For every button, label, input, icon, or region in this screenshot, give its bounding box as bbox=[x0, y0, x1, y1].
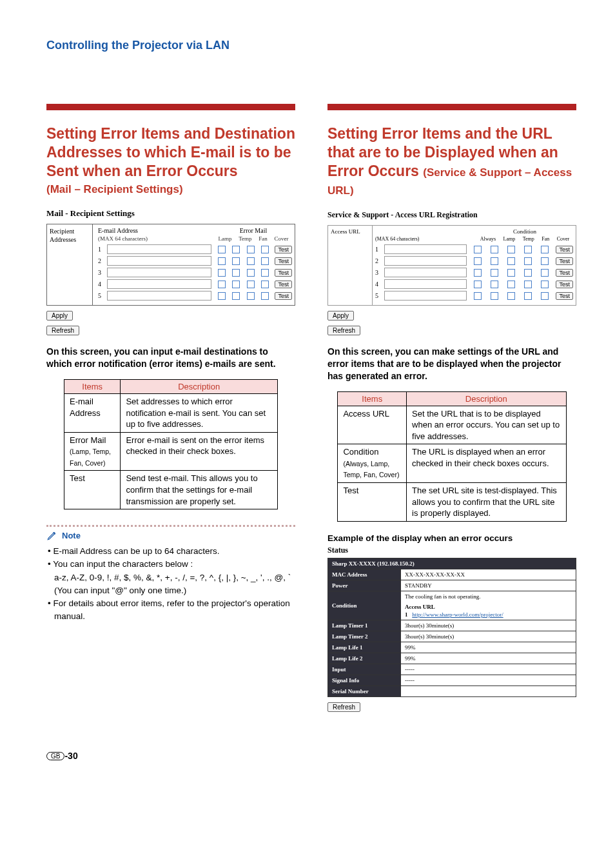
note-body: • E-mail Address can be up to 64 charact… bbox=[46, 545, 295, 624]
test-button[interactable]: Test bbox=[556, 269, 573, 277]
checkbox[interactable] bbox=[474, 257, 482, 265]
checkbox[interactable] bbox=[261, 246, 269, 253]
condition-link[interactable]: http://www.sharp-world.com/projector/ bbox=[412, 611, 503, 618]
table-row: PowerSTANDBY bbox=[328, 580, 576, 591]
checkbox[interactable] bbox=[218, 246, 226, 253]
checkbox[interactable] bbox=[507, 246, 515, 253]
test-button[interactable]: Test bbox=[556, 292, 573, 300]
checkbox[interactable] bbox=[524, 246, 532, 253]
apply-button[interactable]: Apply bbox=[327, 311, 354, 321]
email-input[interactable] bbox=[107, 268, 211, 277]
status-val: 3hour(s) 30minute(s) bbox=[401, 631, 576, 642]
refresh-button[interactable]: Refresh bbox=[327, 326, 360, 335]
refresh-button[interactable]: Refresh bbox=[46, 326, 79, 335]
status-key: Power bbox=[328, 580, 401, 591]
checkbox[interactable] bbox=[491, 281, 498, 288]
row-number: 5 bbox=[98, 292, 104, 299]
status-key: MAC Address bbox=[328, 569, 401, 580]
url-input[interactable] bbox=[384, 268, 467, 277]
checkbox[interactable] bbox=[491, 269, 498, 277]
checkbox[interactable] bbox=[261, 281, 269, 288]
col-cover: Cover bbox=[557, 236, 570, 242]
recipient-row: 2Test bbox=[98, 256, 292, 266]
checkbox[interactable] bbox=[218, 292, 226, 300]
status-key: Lamp Timer 2 bbox=[328, 631, 401, 642]
checkbox[interactable] bbox=[247, 257, 255, 265]
checkbox[interactable] bbox=[541, 281, 549, 288]
url-input[interactable] bbox=[384, 244, 467, 254]
checkbox[interactable] bbox=[218, 269, 226, 277]
checkbox[interactable] bbox=[541, 246, 549, 253]
checkbox[interactable] bbox=[232, 246, 240, 253]
col-temp: Temp bbox=[523, 236, 534, 242]
checkbox[interactable] bbox=[541, 269, 549, 277]
cell-desc: The set URL site is test-displayed. This… bbox=[407, 482, 566, 521]
url-input[interactable] bbox=[384, 279, 467, 289]
checkbox[interactable] bbox=[474, 269, 482, 277]
checkbox[interactable] bbox=[218, 257, 226, 265]
test-button[interactable]: Test bbox=[275, 281, 292, 288]
checkbox[interactable] bbox=[247, 281, 255, 288]
checkbox[interactable] bbox=[524, 292, 532, 300]
email-input[interactable] bbox=[107, 244, 211, 254]
test-button[interactable]: Test bbox=[275, 257, 292, 265]
checkbox[interactable] bbox=[247, 269, 255, 277]
col-fan: Fan bbox=[542, 236, 549, 242]
table-row: Lamp Timer 13hour(s) 30minute(s) bbox=[328, 620, 576, 631]
checkbox[interactable] bbox=[524, 281, 532, 288]
email-input[interactable] bbox=[107, 256, 211, 266]
checkbox[interactable] bbox=[261, 292, 269, 300]
checkbox[interactable] bbox=[247, 246, 255, 253]
url-input[interactable] bbox=[384, 291, 467, 301]
checkbox[interactable] bbox=[507, 281, 515, 288]
checkbox[interactable] bbox=[232, 281, 240, 288]
checkbox[interactable] bbox=[524, 269, 532, 277]
pencil-icon bbox=[46, 529, 58, 541]
checkbox[interactable] bbox=[261, 257, 269, 265]
table-row: Serial Number bbox=[328, 686, 576, 696]
table-row: Condition(Always, Lamp, Temp, Fan, Cover… bbox=[338, 444, 566, 483]
side-label: Access URL bbox=[327, 225, 373, 306]
left-section-subtitle: (Mail – Recipient Settings) bbox=[46, 182, 295, 197]
apply-button[interactable]: Apply bbox=[46, 311, 73, 321]
checkbox[interactable] bbox=[474, 246, 482, 253]
checkbox[interactable] bbox=[541, 257, 549, 265]
table-row: Access URL Set the URL that is to be dis… bbox=[338, 406, 566, 444]
checkbox[interactable] bbox=[232, 257, 240, 265]
test-button[interactable]: Test bbox=[275, 246, 292, 253]
checkbox[interactable] bbox=[218, 281, 226, 288]
checkbox[interactable] bbox=[491, 246, 498, 253]
table-row: MAC AddressXX-XX-XX-XX-XX-XX bbox=[328, 569, 576, 580]
refresh-button[interactable]: Refresh bbox=[327, 702, 360, 712]
checkbox[interactable] bbox=[507, 292, 515, 300]
url-input[interactable] bbox=[384, 256, 467, 266]
checkbox[interactable] bbox=[491, 292, 498, 300]
checkbox[interactable] bbox=[507, 269, 515, 277]
test-button[interactable]: Test bbox=[556, 246, 573, 253]
cell-item: E-mail Address bbox=[70, 397, 101, 418]
url-row: 4Test bbox=[375, 279, 573, 289]
checkbox[interactable] bbox=[261, 269, 269, 277]
url-row: 5Test bbox=[375, 291, 573, 301]
email-input[interactable] bbox=[107, 291, 211, 301]
checkbox[interactable] bbox=[507, 257, 515, 265]
test-button[interactable]: Test bbox=[275, 269, 292, 277]
checkbox[interactable] bbox=[232, 269, 240, 277]
test-button[interactable]: Test bbox=[556, 257, 573, 265]
email-input[interactable] bbox=[107, 279, 211, 289]
checkbox[interactable] bbox=[232, 292, 240, 300]
test-button[interactable]: Test bbox=[556, 281, 573, 288]
test-button[interactable]: Test bbox=[275, 292, 292, 300]
checkbox[interactable] bbox=[474, 281, 482, 288]
two-column-layout: Setting Error Items and Destination Addr… bbox=[46, 104, 576, 712]
checkbox[interactable] bbox=[247, 292, 255, 300]
checkbox[interactable] bbox=[474, 292, 482, 300]
access-url-screenshot: Service & Support - Access URL Registrat… bbox=[327, 210, 576, 335]
checkbox[interactable] bbox=[491, 257, 498, 265]
table-row: Signal Info----- bbox=[328, 675, 576, 686]
checkbox[interactable] bbox=[524, 257, 532, 265]
checkbox[interactable] bbox=[541, 292, 549, 300]
condition-link-num: 1 bbox=[405, 611, 408, 618]
left-column: Setting Error Items and Destination Addr… bbox=[46, 104, 295, 712]
right-section-title: Setting Error Items and the URL that are… bbox=[327, 124, 576, 199]
